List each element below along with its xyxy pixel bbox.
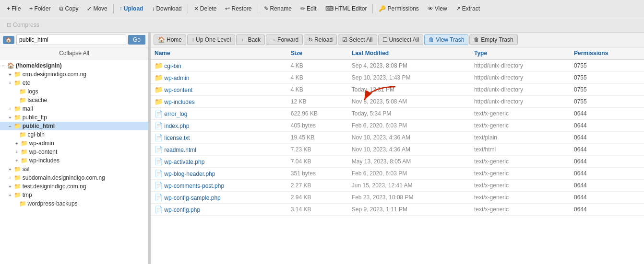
- edit-icon: ✏: [300, 5, 305, 12]
- tree-item[interactable]: + 📁ssl: [0, 165, 148, 173]
- file-perms: 0644: [570, 108, 644, 120]
- file-size: 4 KB: [287, 72, 348, 84]
- right-panel: 🏠 Home ↑ Up One Level ← Back → Forward ↻…: [151, 33, 644, 264]
- file-modified: Nov 10, 2023, 4:36 AM: [348, 144, 470, 156]
- file-modified: May 13, 2023, 8:05 AM: [348, 156, 470, 168]
- tree-item[interactable]: 📁lscache: [0, 96, 148, 104]
- collapse-all-btn[interactable]: Collapse All: [0, 47, 148, 59]
- tree-toggle: +: [9, 106, 13, 112]
- tree-item[interactable]: + 📁public_ftp: [0, 113, 148, 122]
- table-row: 📁 cgi-bin 4 KB Sep 4, 2023, 8:08 PM http…: [151, 59, 644, 72]
- path-input[interactable]: public_html: [16, 34, 126, 45]
- file-name[interactable]: readme.html: [164, 147, 196, 153]
- file-btn[interactable]: + File: [3, 3, 24, 14]
- tree-item[interactable]: + 📁wp-includes: [0, 156, 148, 165]
- edit-btn[interactable]: ✏ Edit: [297, 3, 321, 14]
- col-modified[interactable]: Last Modified: [348, 47, 470, 59]
- file-name[interactable]: wp-config.php: [164, 207, 200, 213]
- tree-item[interactable]: + 📁crm.designindigo.com.ng: [0, 70, 148, 79]
- folder-btn[interactable]: + Folder: [25, 3, 54, 14]
- extract-btn[interactable]: ↗ Extract: [452, 3, 484, 14]
- col-size[interactable]: Size: [287, 47, 348, 59]
- file-name[interactable]: error_log: [164, 111, 187, 117]
- file-name[interactable]: wp-admin: [164, 75, 189, 81]
- tree-item[interactable]: + 📁tmp: [0, 191, 148, 199]
- file-name[interactable]: cgi-bin: [164, 63, 181, 69]
- file-modified: Feb 6, 2020, 6:03 PM: [348, 120, 470, 132]
- restore-btn[interactable]: ↩ Restore: [221, 3, 255, 14]
- back-icon: ←: [240, 36, 246, 43]
- file-type: text/x-generic: [470, 108, 570, 120]
- compress-btn[interactable]: ⊡ Compress: [3, 20, 43, 30]
- tree-item[interactable]: + 📁wp-content: [0, 148, 148, 156]
- upload-icon: ↑: [119, 5, 122, 12]
- file-name[interactable]: wp-content: [164, 87, 192, 93]
- file-size: 19.45 KB: [287, 132, 348, 144]
- tree-item[interactable]: + 📁mail: [0, 104, 148, 113]
- tree-item[interactable]: + 📁subdomain.designindigo.com.ng: [0, 173, 148, 182]
- back-btn[interactable]: ← Back: [236, 34, 265, 45]
- file-modified: Nov 10, 2023, 4:36 AM: [348, 132, 470, 144]
- forward-btn[interactable]: → Forward: [266, 34, 303, 45]
- delete-btn[interactable]: ✕ Delete: [190, 3, 221, 14]
- tree-item-label: public_html: [23, 123, 55, 129]
- select-all-btn[interactable]: ☑ Select All: [338, 34, 377, 45]
- folder-icon: 📁: [155, 98, 163, 105]
- file-icon: 📄: [155, 158, 163, 165]
- file-name[interactable]: wp-comments-post.php: [164, 183, 224, 189]
- empty-trash-btn[interactable]: 🗑 Empty Trash: [469, 34, 517, 45]
- tree-item[interactable]: − 📁public_html: [0, 122, 148, 130]
- table-row: 📄 index.php 405 bytes Feb 6, 2020, 6:03 …: [151, 120, 644, 132]
- file-size: 4 KB: [287, 59, 348, 72]
- up-one-level-btn[interactable]: ↑ Up One Level: [187, 34, 235, 45]
- table-row: 📁 wp-content 4 KB Today, 12:31 PM httpd/…: [151, 84, 644, 96]
- tree-item[interactable]: + 📁etc: [0, 79, 148, 87]
- tree-toggle: +: [9, 72, 13, 77]
- tree-item[interactable]: 📁logs: [0, 87, 148, 96]
- go-btn[interactable]: Go: [128, 35, 145, 45]
- unselect-all-btn[interactable]: ☐ Unselect All: [378, 34, 424, 45]
- tree-item[interactable]: 📁wordpress-backups: [0, 199, 148, 208]
- tree-item[interactable]: 📁cgi-bin: [0, 130, 148, 139]
- upload-btn[interactable]: ↑ Upload: [116, 3, 147, 14]
- tree-item-label: logs: [28, 88, 38, 95]
- file-type: httpd/unix-directory: [470, 84, 570, 96]
- tree-item[interactable]: + 📁wp-admin: [0, 139, 148, 148]
- tree-toggle: +: [9, 115, 13, 120]
- file-size: 405 bytes: [287, 120, 348, 132]
- file-name[interactable]: license.txt: [164, 135, 190, 141]
- rename-btn[interactable]: ✎ Rename: [260, 3, 296, 14]
- secondary-toolbar: ⊡ Compress: [0, 17, 644, 33]
- table-row: 📄 wp-comments-post.php 2.27 KB Jun 15, 2…: [151, 180, 644, 192]
- permissions-btn[interactable]: 🔑 Permissions: [375, 3, 422, 14]
- tree-toggle: [15, 98, 18, 103]
- copy-icon: ⧉: [59, 5, 63, 12]
- file-name[interactable]: wp-includes: [164, 99, 194, 105]
- file-size: 2.94 KB: [287, 192, 348, 204]
- file-name[interactable]: index.php: [164, 123, 189, 129]
- file-perms: 0755: [570, 96, 644, 108]
- table-row: 📄 error_log 622.96 KB Today, 5:34 PM tex…: [151, 108, 644, 120]
- col-perms[interactable]: Permissions: [570, 47, 644, 59]
- view-trash-btn[interactable]: 🗑 View Trash: [424, 34, 468, 45]
- file-type: text/plain: [470, 132, 570, 144]
- view-btn[interactable]: 👁 View: [424, 3, 451, 14]
- table-row: 📄 wp-config-sample.php 2.94 KB Feb 23, 2…: [151, 192, 644, 204]
- html-editor-btn[interactable]: ⌨ HTML Editor: [322, 3, 371, 14]
- col-type[interactable]: Type: [470, 47, 570, 59]
- home-nav-btn[interactable]: 🏠 Home: [154, 34, 186, 45]
- file-icon: 📄: [155, 122, 163, 129]
- tree-item[interactable]: + 📁test.designindigo.com.ng: [0, 182, 148, 191]
- copy-btn[interactable]: ⧉ Copy: [55, 3, 82, 14]
- tree-item-label: cgi-bin: [28, 131, 45, 138]
- tree-item[interactable]: − 🏠(/home/designin): [0, 61, 148, 70]
- tree-toggle: +: [9, 193, 13, 198]
- file-name[interactable]: wp-config-sample.php: [164, 195, 220, 201]
- file-name[interactable]: wp-blog-header.php: [164, 171, 215, 177]
- reload-btn[interactable]: ↻ Reload: [304, 34, 337, 45]
- col-name[interactable]: Name: [151, 47, 287, 59]
- file-name[interactable]: wp-activate.php: [164, 159, 204, 165]
- download-btn[interactable]: ↓ Download: [148, 3, 185, 14]
- move-btn[interactable]: ⤢ Move: [83, 3, 111, 14]
- home-icon: 🏠: [7, 62, 14, 69]
